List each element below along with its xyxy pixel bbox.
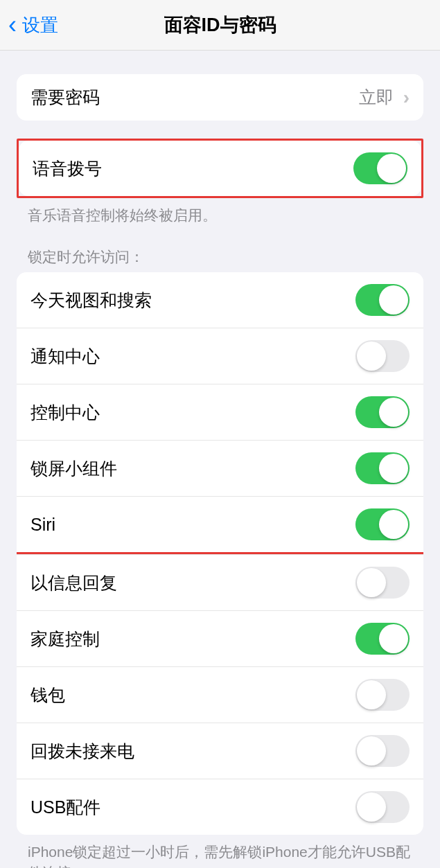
- toggle-knob: [357, 792, 386, 822]
- toggle-knob: [379, 624, 408, 653]
- content: 需要密码 立即 › 语音拨号 音乐语音控制将始终被启用。 锁定时允许访问： 今天…: [0, 74, 440, 868]
- toggle-knob: [357, 342, 386, 371]
- toggle-voice-dial[interactable]: [353, 152, 407, 184]
- label-locked-access-item: 家庭控制: [30, 628, 100, 650]
- group-voice-dial: 语音拨号: [19, 141, 421, 196]
- row-locked-access-item: 以信息回复: [17, 554, 423, 610]
- toggle-knob: [379, 398, 408, 427]
- row-locked-access-item: 控制中心: [17, 384, 423, 440]
- toggle-knob: [357, 736, 386, 765]
- toggle-locked-access-item[interactable]: [355, 340, 410, 372]
- toggle-locked-access-item[interactable]: [355, 396, 410, 428]
- row-locked-access-item: USB配件: [17, 779, 423, 835]
- chevron-left-icon: ‹: [8, 10, 17, 39]
- toggle-knob: [377, 154, 406, 183]
- header-locked-access: 锁定时允许访问：: [0, 225, 440, 272]
- label-locked-access-item: Siri: [30, 515, 55, 535]
- toggle-locked-access-item[interactable]: [355, 452, 410, 484]
- highlight-voice-dial: 语音拨号: [17, 139, 423, 198]
- chevron-right-icon: ›: [403, 87, 410, 109]
- row-locked-access-item: 钱包: [17, 666, 423, 723]
- footer-locked-access: iPhone锁定超过一小时后，需先解锁iPhone才能允许USB配件连接。: [0, 835, 440, 868]
- row-locked-access-item: Siri: [17, 496, 423, 554]
- toggle-locked-access-item[interactable]: [355, 508, 410, 540]
- row-require-passcode[interactable]: 需要密码 立即 ›: [17, 74, 423, 121]
- toggle-locked-access-item[interactable]: [355, 679, 410, 711]
- toggle-locked-access-item[interactable]: [355, 735, 410, 767]
- row-locked-access-item: 锁屏小组件: [17, 440, 423, 496]
- row-locked-access-item: 家庭控制: [17, 610, 423, 666]
- group-locked-access: 今天视图和搜索通知中心控制中心锁屏小组件Siri以信息回复家庭控制钱包回拨未接来…: [17, 272, 423, 835]
- label-locked-access-item: 控制中心: [30, 401, 100, 424]
- page-title: 面容ID与密码: [0, 12, 440, 37]
- back-label: 设置: [22, 13, 58, 37]
- label-locked-access-item: USB配件: [30, 796, 100, 819]
- label-locked-access-item: 通知中心: [30, 345, 100, 368]
- toggle-locked-access-item[interactable]: [355, 284, 410, 316]
- label-voice-dial: 语音拨号: [33, 157, 102, 180]
- label-require-passcode: 需要密码: [30, 86, 100, 109]
- group-require-passcode: 需要密码 立即 ›: [17, 74, 423, 121]
- toggle-locked-access-item[interactable]: [355, 623, 410, 655]
- toggle-locked-access-item[interactable]: [355, 567, 410, 599]
- toggle-knob: [379, 454, 408, 483]
- label-locked-access-item: 以信息回复: [30, 572, 117, 594]
- toggle-knob: [357, 680, 386, 709]
- toggle-locked-access-item[interactable]: [355, 791, 410, 823]
- label-locked-access-item: 回拨未接来电: [30, 740, 134, 763]
- toggle-knob: [379, 285, 408, 315]
- label-locked-access-item: 钱包: [30, 684, 65, 707]
- footer-voice-dial: 音乐语音控制将始终被启用。: [0, 198, 440, 225]
- row-voice-dial: 语音拨号: [19, 141, 421, 196]
- back-button[interactable]: ‹ 设置: [0, 10, 58, 39]
- toggle-knob: [357, 568, 386, 597]
- row-locked-access-item: 今天视图和搜索: [17, 272, 423, 328]
- require-passcode-value: 立即: [359, 86, 394, 109]
- row-locked-access-item: 通知中心: [17, 328, 423, 384]
- nav-bar: ‹ 设置 面容ID与密码: [0, 0, 440, 51]
- label-locked-access-item: 锁屏小组件: [30, 457, 117, 480]
- value-require-passcode: 立即 ›: [359, 86, 410, 109]
- label-locked-access-item: 今天视图和搜索: [30, 289, 152, 312]
- row-locked-access-item: 回拨未接来电: [17, 723, 423, 779]
- toggle-knob: [379, 510, 408, 539]
